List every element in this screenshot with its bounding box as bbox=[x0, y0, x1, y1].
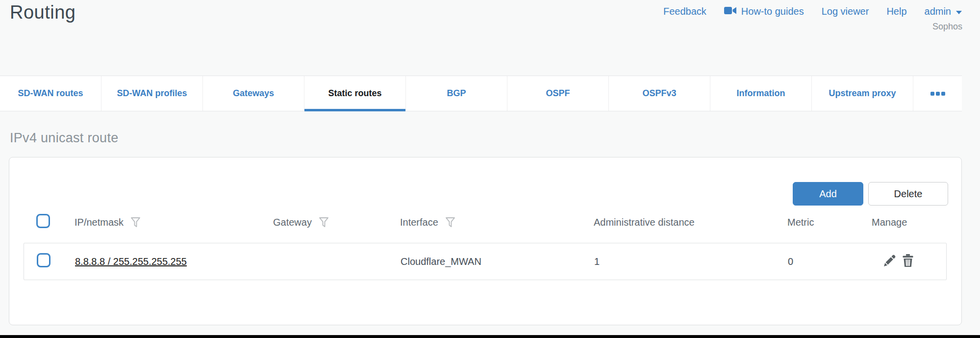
help-link[interactable]: Help bbox=[886, 6, 906, 17]
funnel-icon[interactable] bbox=[130, 217, 141, 228]
more-tabs-icon bbox=[941, 92, 945, 96]
tab-bgp[interactable]: BGP bbox=[406, 76, 507, 111]
tab-sdwan-profiles[interactable]: SD-WAN profiles bbox=[101, 76, 203, 111]
page-title: Routing bbox=[10, 2, 75, 23]
log-viewer-link[interactable]: Log viewer bbox=[822, 6, 869, 17]
row-checkbox[interactable] bbox=[37, 253, 50, 267]
table-header-row: IP/netmask Gateway Interface Administrat… bbox=[24, 211, 947, 233]
edit-button[interactable] bbox=[883, 254, 896, 269]
funnel-icon[interactable] bbox=[445, 217, 455, 228]
column-header-manage: Manage bbox=[872, 217, 947, 228]
route-link[interactable]: 8.8.8.8 / 255.255.255.255 bbox=[75, 256, 187, 267]
static-routes-table: IP/netmask Gateway Interface Administrat… bbox=[24, 211, 947, 280]
howto-guides-link[interactable]: How-to guides bbox=[724, 6, 804, 17]
cell-metric: 0 bbox=[788, 256, 872, 267]
column-header-metric: Metric bbox=[787, 217, 872, 228]
more-tabs-button[interactable] bbox=[913, 76, 962, 111]
trash-icon bbox=[902, 254, 914, 269]
cell-interface: Cloudflare_MWAN bbox=[401, 256, 594, 267]
routing-tab-bar: SD-WAN routes SD-WAN profiles Gateways S… bbox=[0, 76, 962, 111]
caret-down-icon bbox=[955, 6, 962, 17]
select-all-checkbox[interactable] bbox=[36, 214, 50, 228]
table-row: 8.8.8.8 / 255.255.255.255 Cloudflare_MWA… bbox=[24, 243, 947, 280]
feedback-link[interactable]: Feedback bbox=[663, 6, 706, 17]
funnel-icon[interactable] bbox=[319, 217, 329, 228]
tab-ospf[interactable]: OSPF bbox=[507, 76, 609, 111]
cell-administrative-distance: 1 bbox=[594, 256, 788, 267]
pencil-icon bbox=[883, 254, 896, 269]
screen-bottom-edge bbox=[0, 335, 980, 338]
top-utility-nav: Feedback How-to guides Log viewer Help a… bbox=[663, 6, 962, 17]
column-header-ip-netmask: IP/netmask bbox=[75, 217, 273, 228]
tab-gateways[interactable]: Gateways bbox=[203, 76, 304, 111]
tab-ospfv3[interactable]: OSPFv3 bbox=[609, 76, 710, 111]
tab-static-routes[interactable]: Static routes bbox=[304, 76, 406, 111]
user-menu[interactable]: admin bbox=[925, 6, 962, 17]
cell-manage bbox=[872, 254, 946, 269]
more-tabs-icon bbox=[930, 92, 934, 96]
delete-row-button[interactable] bbox=[902, 254, 914, 269]
column-header-interface: Interface bbox=[400, 217, 594, 228]
more-tabs-icon bbox=[936, 92, 940, 96]
ipv4-unicast-route-panel: Add Delete IP/netmask Gateway Interface bbox=[9, 157, 962, 325]
cell-ip-netmask: 8.8.8.8 / 255.255.255.255 bbox=[75, 256, 274, 267]
table-toolbar: Add Delete bbox=[793, 182, 948, 206]
column-header-administrative-distance: Administrative distance bbox=[594, 217, 787, 228]
tab-sdwan-routes[interactable]: SD-WAN routes bbox=[0, 76, 101, 111]
brand-label: Sophos bbox=[932, 22, 962, 32]
video-camera-icon bbox=[724, 6, 737, 17]
tab-upstream-proxy[interactable]: Upstream proxy bbox=[812, 76, 913, 111]
delete-button[interactable]: Delete bbox=[868, 182, 948, 206]
tab-information[interactable]: Information bbox=[710, 76, 812, 111]
column-header-gateway: Gateway bbox=[273, 217, 400, 228]
add-button[interactable]: Add bbox=[793, 182, 863, 206]
section-heading: IPv4 unicast route bbox=[10, 130, 119, 146]
